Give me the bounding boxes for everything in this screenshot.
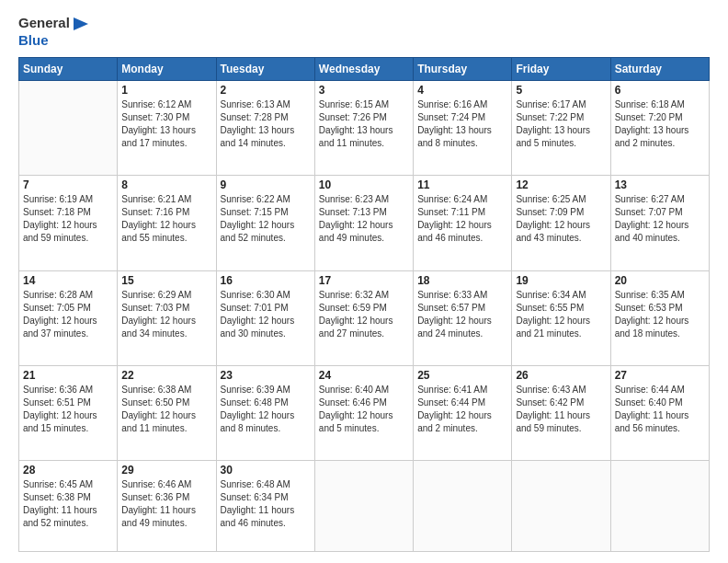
day-info: Sunrise: 6:24 AM Sunset: 7:11 PM Dayligh… (417, 193, 507, 245)
day-number: 1 (121, 84, 211, 97)
day-info: Sunrise: 6:45 AM Sunset: 6:38 PM Dayligh… (23, 478, 113, 530)
calendar-week-2: 7Sunrise: 6:19 AM Sunset: 7:18 PM Daylig… (19, 176, 710, 270)
day-number: 10 (319, 178, 409, 191)
day-info: Sunrise: 6:36 AM Sunset: 6:51 PM Dayligh… (23, 384, 113, 435)
day-number: 15 (121, 274, 211, 287)
logo-general: General (18, 15, 70, 30)
calendar-cell: 17Sunrise: 6:32 AM Sunset: 6:59 PM Dayli… (314, 270, 413, 365)
day-number: 17 (319, 274, 409, 287)
calendar-cell: 21Sunrise: 6:36 AM Sunset: 6:51 PM Dayli… (19, 365, 118, 460)
weekday-header-sunday: Sunday (19, 58, 118, 81)
day-number: 28 (23, 464, 113, 477)
calendar-cell: 11Sunrise: 6:24 AM Sunset: 7:11 PM Dayli… (414, 176, 512, 270)
calendar-cell (19, 81, 118, 176)
day-info: Sunrise: 6:19 AM Sunset: 7:18 PM Dayligh… (23, 193, 113, 245)
day-number: 3 (319, 84, 409, 97)
calendar-week-4: 21Sunrise: 6:36 AM Sunset: 6:51 PM Dayli… (19, 365, 710, 460)
day-info: Sunrise: 6:30 AM Sunset: 7:01 PM Dayligh… (221, 289, 311, 340)
day-number: 4 (417, 84, 507, 97)
day-info: Sunrise: 6:48 AM Sunset: 6:34 PM Dayligh… (221, 478, 311, 530)
calendar-cell: 24Sunrise: 6:40 AM Sunset: 6:46 PM Dayli… (314, 365, 413, 460)
day-info: Sunrise: 6:38 AM Sunset: 6:50 PM Dayligh… (121, 384, 211, 435)
day-info: Sunrise: 6:35 AM Sunset: 6:53 PM Dayligh… (615, 289, 705, 340)
calendar-week-5: 28Sunrise: 6:45 AM Sunset: 6:38 PM Dayli… (19, 460, 710, 551)
weekday-header-thursday: Thursday (414, 58, 512, 81)
day-number: 16 (221, 274, 311, 287)
day-info: Sunrise: 6:13 AM Sunset: 7:28 PM Dayligh… (221, 98, 311, 150)
weekday-header-monday: Monday (118, 58, 216, 81)
svg-marker-0 (74, 17, 88, 30)
day-info: Sunrise: 6:21 AM Sunset: 7:16 PM Dayligh… (121, 193, 211, 245)
calendar-cell (414, 460, 512, 551)
header: General Blue (18, 15, 710, 48)
day-info: Sunrise: 6:16 AM Sunset: 7:24 PM Dayligh… (417, 98, 507, 150)
calendar-cell: 6Sunrise: 6:18 AM Sunset: 7:20 PM Daylig… (610, 81, 709, 176)
weekday-header-tuesday: Tuesday (216, 58, 314, 81)
day-number: 21 (23, 369, 113, 382)
calendar-cell: 26Sunrise: 6:43 AM Sunset: 6:42 PM Dayli… (512, 365, 610, 460)
calendar-cell: 3Sunrise: 6:15 AM Sunset: 7:26 PM Daylig… (314, 81, 413, 176)
day-number: 8 (121, 178, 211, 191)
day-number: 20 (615, 274, 705, 287)
day-number: 18 (417, 274, 507, 287)
day-info: Sunrise: 6:43 AM Sunset: 6:42 PM Dayligh… (516, 384, 606, 435)
day-number: 12 (516, 178, 606, 191)
day-number: 26 (516, 369, 606, 382)
calendar-cell: 4Sunrise: 6:16 AM Sunset: 7:24 PM Daylig… (414, 81, 512, 176)
calendar-cell: 5Sunrise: 6:17 AM Sunset: 7:22 PM Daylig… (512, 81, 610, 176)
weekday-header-wednesday: Wednesday (314, 58, 413, 81)
day-info: Sunrise: 6:25 AM Sunset: 7:09 PM Dayligh… (516, 193, 606, 245)
calendar-cell: 18Sunrise: 6:33 AM Sunset: 6:57 PM Dayli… (414, 270, 512, 365)
calendar-week-3: 14Sunrise: 6:28 AM Sunset: 7:05 PM Dayli… (19, 270, 710, 365)
weekday-header-saturday: Saturday (610, 58, 709, 81)
day-number: 7 (23, 178, 113, 191)
calendar-cell: 16Sunrise: 6:30 AM Sunset: 7:01 PM Dayli… (216, 270, 314, 365)
day-number: 13 (615, 178, 705, 191)
calendar-cell: 30Sunrise: 6:48 AM Sunset: 6:34 PM Dayli… (216, 460, 314, 551)
logo-blue: Blue (18, 32, 49, 48)
calendar-table: SundayMondayTuesdayWednesdayThursdayFrid… (18, 57, 710, 552)
calendar-cell: 8Sunrise: 6:21 AM Sunset: 7:16 PM Daylig… (118, 176, 216, 270)
day-info: Sunrise: 6:40 AM Sunset: 6:46 PM Dayligh… (319, 384, 409, 435)
calendar-cell: 14Sunrise: 6:28 AM Sunset: 7:05 PM Dayli… (19, 270, 118, 365)
calendar-cell: 1Sunrise: 6:12 AM Sunset: 7:30 PM Daylig… (118, 81, 216, 176)
day-number: 23 (221, 369, 311, 382)
calendar-cell: 13Sunrise: 6:27 AM Sunset: 7:07 PM Dayli… (610, 176, 709, 270)
calendar-cell: 19Sunrise: 6:34 AM Sunset: 6:55 PM Dayli… (512, 270, 610, 365)
day-number: 25 (417, 369, 507, 382)
day-info: Sunrise: 6:12 AM Sunset: 7:30 PM Dayligh… (121, 98, 211, 150)
logo-triangle-icon (72, 16, 88, 32)
day-number: 2 (221, 84, 311, 97)
day-number: 6 (615, 84, 705, 97)
calendar-cell: 12Sunrise: 6:25 AM Sunset: 7:09 PM Dayli… (512, 176, 610, 270)
calendar-cell: 27Sunrise: 6:44 AM Sunset: 6:40 PM Dayli… (610, 365, 709, 460)
day-info: Sunrise: 6:32 AM Sunset: 6:59 PM Dayligh… (319, 289, 409, 340)
day-number: 11 (417, 178, 507, 191)
day-number: 9 (221, 178, 311, 191)
calendar-cell: 23Sunrise: 6:39 AM Sunset: 6:48 PM Dayli… (216, 365, 314, 460)
calendar-cell: 2Sunrise: 6:13 AM Sunset: 7:28 PM Daylig… (216, 81, 314, 176)
day-info: Sunrise: 6:23 AM Sunset: 7:13 PM Dayligh… (319, 193, 409, 245)
day-number: 14 (23, 274, 113, 287)
day-info: Sunrise: 6:27 AM Sunset: 7:07 PM Dayligh… (615, 193, 705, 245)
calendar-cell (314, 460, 413, 551)
day-info: Sunrise: 6:34 AM Sunset: 6:55 PM Dayligh… (516, 289, 606, 340)
calendar-week-1: 1Sunrise: 6:12 AM Sunset: 7:30 PM Daylig… (19, 81, 710, 176)
day-info: Sunrise: 6:33 AM Sunset: 6:57 PM Dayligh… (417, 289, 507, 340)
day-info: Sunrise: 6:22 AM Sunset: 7:15 PM Dayligh… (221, 193, 311, 245)
day-number: 29 (121, 464, 211, 477)
day-number: 5 (516, 84, 606, 97)
logo: General Blue (18, 15, 88, 48)
calendar-cell: 25Sunrise: 6:41 AM Sunset: 6:44 PM Dayli… (414, 365, 512, 460)
calendar-cell (610, 460, 709, 551)
calendar-cell (512, 460, 610, 551)
calendar-cell: 15Sunrise: 6:29 AM Sunset: 7:03 PM Dayli… (118, 270, 216, 365)
day-number: 22 (121, 369, 211, 382)
calendar-cell: 20Sunrise: 6:35 AM Sunset: 6:53 PM Dayli… (610, 270, 709, 365)
day-number: 24 (319, 369, 409, 382)
logo-wordmark: General Blue (18, 15, 88, 48)
day-info: Sunrise: 6:39 AM Sunset: 6:48 PM Dayligh… (221, 384, 311, 435)
day-info: Sunrise: 6:41 AM Sunset: 6:44 PM Dayligh… (417, 384, 507, 435)
calendar-cell: 7Sunrise: 6:19 AM Sunset: 7:18 PM Daylig… (19, 176, 118, 270)
day-info: Sunrise: 6:17 AM Sunset: 7:22 PM Dayligh… (516, 98, 606, 150)
